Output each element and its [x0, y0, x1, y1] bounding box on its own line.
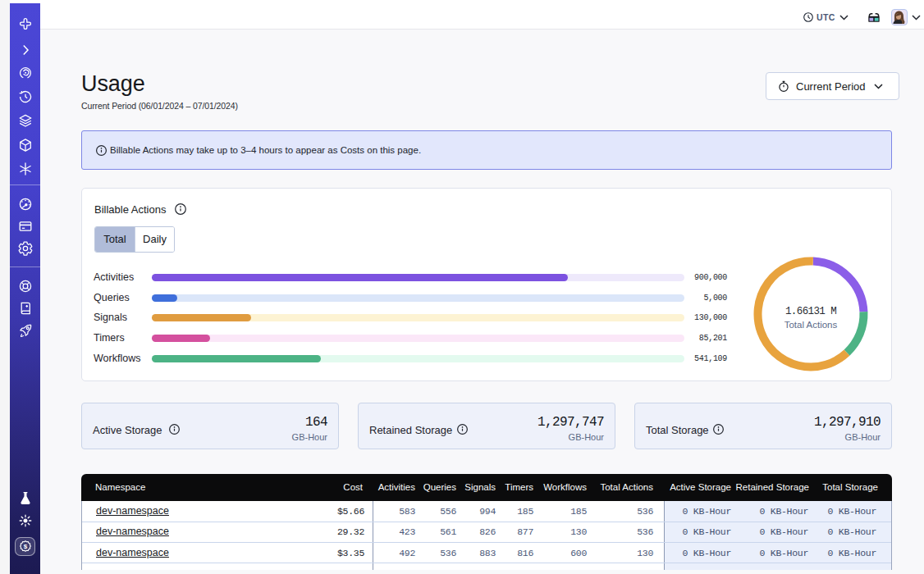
svg-text:$: $	[23, 543, 27, 550]
